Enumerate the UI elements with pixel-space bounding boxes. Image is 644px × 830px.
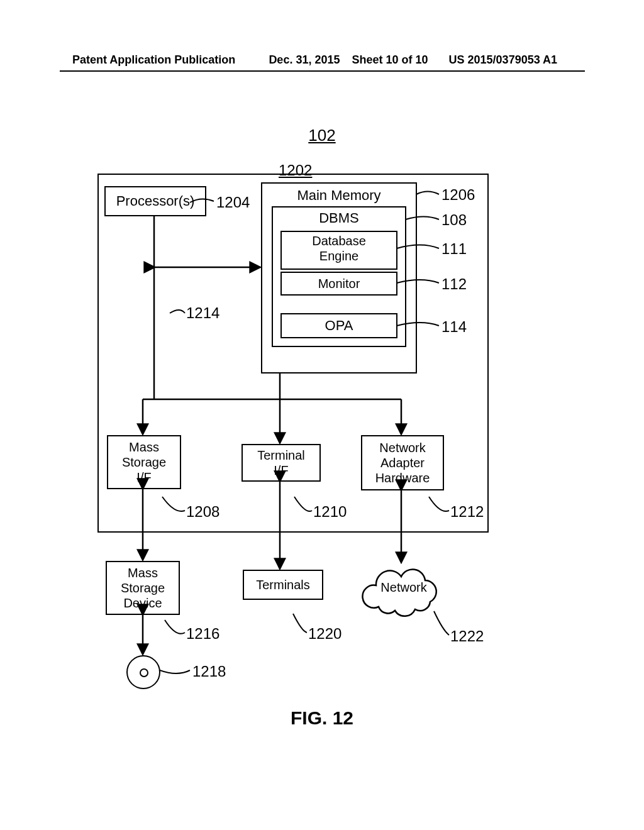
ref-1212: 1212	[450, 503, 484, 521]
ref-1206: 1206	[441, 186, 475, 204]
network-label: Network	[360, 580, 448, 595]
terminal-if-box: Terminal I/F	[242, 444, 321, 482]
ref-111: 111	[441, 240, 467, 258]
page-header: Patent Application Publication Dec. 31, …	[0, 53, 644, 67]
ref-1214: 1214	[186, 304, 219, 322]
mass-storage-if-box: Mass Storage I/F	[107, 435, 181, 489]
mass-storage-if-label: Mass Storage I/F	[122, 440, 166, 485]
header-pubnum: US 2015/0379053 A1	[449, 53, 557, 67]
database-engine-label: Database Engine	[312, 234, 366, 263]
mass-storage-device-box: Mass Storage Device	[106, 561, 180, 615]
ref-1222: 1222	[450, 628, 484, 645]
ref-112: 112	[441, 275, 467, 293]
network-adapter-box: Network Adapter Hardware	[361, 435, 444, 490]
ref-108: 108	[441, 211, 467, 229]
header-date: Dec. 31, 2015	[269, 53, 340, 67]
ref-1208: 1208	[186, 503, 219, 521]
database-engine-box: Database Engine	[280, 231, 397, 270]
ref-1216: 1216	[186, 625, 219, 643]
ref-114: 114	[441, 318, 467, 336]
terminal-if-label: Terminal I/F	[257, 448, 305, 478]
network-cloud: Network	[360, 563, 448, 617]
terminals-box: Terminals	[243, 570, 323, 600]
header-sheet: Sheet 10 of 10	[352, 53, 428, 67]
ref-1204: 1204	[216, 194, 250, 211]
dbms-label: DBMS	[273, 210, 405, 226]
header-title: Patent Application Publication	[72, 53, 235, 67]
main-memory-label: Main Memory	[262, 187, 416, 204]
network-adapter-label: Network Adapter Hardware	[375, 440, 430, 485]
opa-box: OPA	[280, 313, 397, 338]
patent-figure-page: Patent Application Publication Dec. 31, …	[0, 0, 644, 830]
monitor-box: Monitor	[280, 272, 397, 296]
ref-102: 102	[0, 126, 644, 145]
figure-caption: FIG. 12	[0, 707, 644, 729]
mass-storage-device-label: Mass Storage Device	[121, 565, 165, 611]
ref-1210: 1210	[313, 503, 347, 521]
ref-1220: 1220	[308, 625, 341, 643]
header-rule	[60, 70, 585, 72]
disc-icon	[126, 655, 160, 689]
processor-box: Processor(s)	[104, 186, 206, 216]
ref-1218: 1218	[192, 663, 226, 680]
